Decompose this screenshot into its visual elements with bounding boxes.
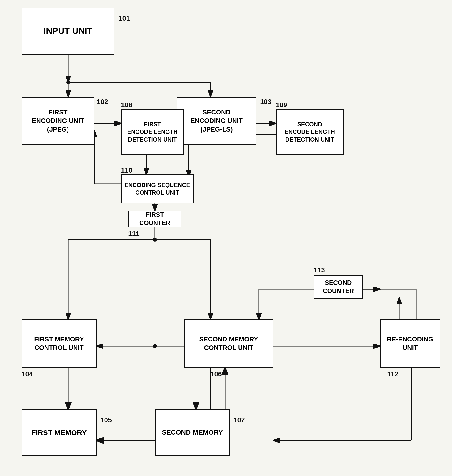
label-113: 113 (314, 266, 325, 274)
label-107: 107 (234, 416, 245, 424)
first-memory-box: FIRST MEMORY (22, 409, 97, 456)
first-encoding-box: FIRST ENCODING UNIT (JPEG) (22, 97, 94, 145)
diagram: INPUT UNIT 101 FIRST ENCODING UNIT (JPEG… (0, 0, 452, 476)
input-unit-box: INPUT UNIT (22, 8, 114, 55)
svg-point-3 (66, 80, 70, 84)
label-108: 108 (121, 101, 132, 109)
re-encoding-box: RE-ENCODING UNIT (380, 319, 440, 368)
label-109: 109 (276, 101, 287, 109)
second-encoding-box: SECOND ENCODING UNIT (JPEG-LS) (177, 97, 256, 145)
first-memory-control-box: FIRST MEMORY CONTROL UNIT (22, 319, 97, 368)
label-106: 106 (211, 370, 222, 378)
second-memory-control-box: SECOND MEMORY CONTROL UNIT (184, 319, 273, 368)
second-memory-box: SECOND MEMORY (155, 409, 230, 456)
label-105: 105 (100, 416, 112, 424)
label-112: 112 (387, 370, 399, 378)
encoding-sequence-box: ENCODING SEQUENCE CONTROL UNIT (121, 174, 194, 203)
second-counter-box: SECOND COUNTER (314, 275, 363, 299)
label-101: 101 (119, 15, 130, 22)
label-110: 110 (121, 166, 132, 174)
label-111: 111 (128, 230, 140, 238)
label-103: 103 (260, 98, 271, 106)
label-104: 104 (22, 370, 33, 378)
label-102: 102 (97, 98, 108, 106)
first-counter-box: FIRST COUNTER (128, 211, 181, 227)
second-encode-length-box: SECOND ENCODE LENGTH DETECTION UNIT (276, 109, 344, 155)
arrows-svg (0, 0, 452, 476)
first-encode-length-box: FIRST ENCODE LENGTH DETECTION UNIT (121, 109, 184, 155)
svg-point-16 (153, 238, 157, 242)
svg-point-29 (153, 344, 157, 348)
